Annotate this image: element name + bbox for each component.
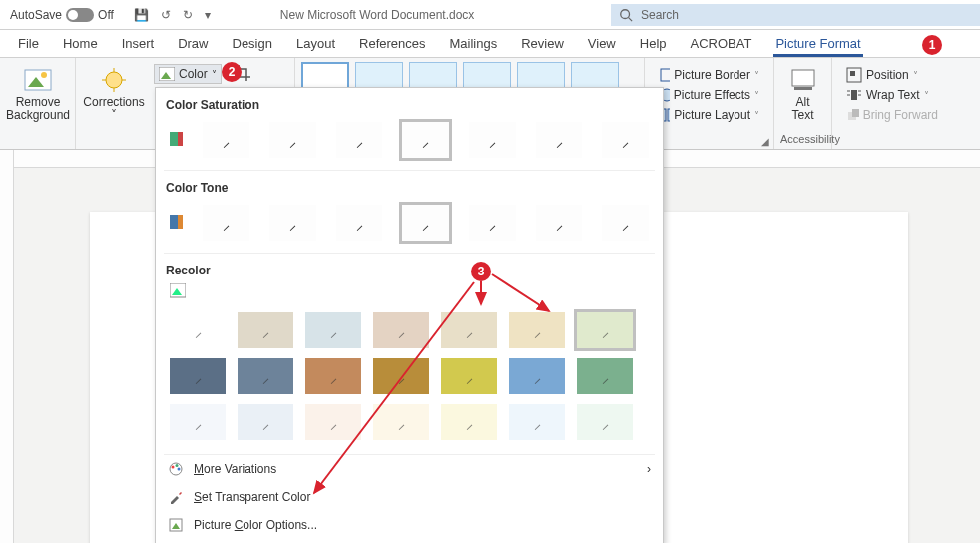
position-button[interactable]: Position˅ (844, 66, 940, 84)
position-icon (846, 67, 862, 83)
saturation-swatch[interactable]: ⸝ (336, 122, 383, 158)
dialog-launcher-icon[interactable]: ◢ (761, 136, 769, 147)
svg-point-0 (621, 9, 630, 18)
search-icon (619, 8, 633, 22)
recolor-swatch[interactable]: ⸝ (170, 312, 226, 348)
tone-swatch[interactable]: ⸝ (269, 205, 316, 241)
color-saturation-title: Color Saturation (156, 88, 663, 118)
svg-rect-16 (792, 70, 814, 86)
svg-point-5 (106, 72, 122, 88)
svg-point-35 (176, 464, 179, 467)
tone-swatch[interactable]: ⸝ (536, 205, 583, 241)
chevron-down-icon: ˅ (754, 70, 759, 81)
tone-swatch[interactable]: ⸝ (203, 205, 249, 241)
border-icon (659, 67, 670, 83)
color-dropdown-button[interactable]: Color ˅ (154, 64, 222, 84)
search-input[interactable]: Search (611, 4, 980, 26)
saturation-swatch[interactable]: ⸝ (203, 122, 249, 158)
more-variations-menuitem[interactable]: More Variations › (156, 455, 663, 483)
undo-icon[interactable]: ↺ (161, 8, 171, 22)
group-accessibility: AltText Accessibility (774, 58, 832, 149)
saturation-swatch[interactable]: ⸝ (536, 122, 583, 158)
tab-help[interactable]: Help (628, 30, 679, 57)
svg-rect-29 (170, 215, 178, 229)
recolor-swatch[interactable]: ⸝ (577, 358, 633, 394)
tab-design[interactable]: Design (221, 30, 284, 57)
recolor-swatch[interactable]: ⸝ (577, 312, 633, 348)
corrections-button[interactable]: Corrections˅ (82, 62, 146, 122)
corrections-label: Corrections˅ (83, 96, 144, 122)
alt-text-button[interactable]: AltText (780, 62, 825, 122)
tone-swatch[interactable]: ⸝ (469, 205, 516, 241)
recolor-swatch[interactable]: ⸝ (238, 358, 293, 394)
qat-dropdown-icon[interactable]: ▾ (205, 8, 211, 22)
chevron-down-icon: ˅ (913, 70, 918, 81)
tab-home[interactable]: Home (51, 30, 110, 57)
saturation-swatch[interactable]: ⸝ (402, 122, 449, 158)
recolor-swatch[interactable]: ⸝ (509, 312, 565, 348)
recolor-swatch[interactable]: ⸝ (238, 404, 293, 440)
picture-border-button[interactable]: Picture Border˅ (657, 66, 761, 84)
recolor-swatch[interactable]: ⸝ (305, 404, 361, 440)
tab-insert[interactable]: Insert (110, 30, 167, 57)
tab-picture-format[interactable]: Picture Format (763, 30, 872, 57)
tab-review[interactable]: Review (509, 30, 576, 57)
bring-forward-button: Bring Forward (844, 106, 940, 124)
recolor-indicator-icon (170, 283, 186, 299)
recolor-swatch[interactable]: ⸝ (170, 404, 226, 440)
recolor-swatch[interactable]: ⸝ (305, 358, 361, 394)
recolor-swatch[interactable]: ⸝ (238, 312, 293, 348)
group-picture-style-options: Picture Border˅ Picture Effects˅ Picture… (645, 58, 774, 149)
svg-rect-28 (178, 132, 183, 146)
redo-icon[interactable]: ↻ (183, 8, 193, 22)
save-icon[interactable]: 💾 (134, 8, 149, 22)
saturation-indicator-icon (170, 132, 183, 148)
recolor-swatch-grid: ⸝⸝⸝⸝⸝⸝⸝⸝⸝⸝⸝⸝⸝⸝⸝⸝⸝⸝⸝⸝⸝ (156, 306, 663, 454)
recolor-swatch[interactable]: ⸝ (509, 404, 565, 440)
recolor-swatch[interactable]: ⸝ (441, 312, 497, 348)
recolor-swatch[interactable]: ⸝ (373, 358, 429, 394)
picture-layout-button[interactable]: Picture Layout˅ (657, 106, 761, 124)
wrap-text-button[interactable]: Wrap Text˅ (844, 86, 940, 104)
saturation-swatch[interactable]: ⸝ (469, 122, 516, 158)
svg-point-34 (172, 466, 175, 469)
recolor-swatch[interactable]: ⸝ (441, 404, 497, 440)
tab-file[interactable]: File (6, 30, 51, 57)
ribbon-tabs: File Home Insert Draw Design Layout Refe… (0, 30, 980, 58)
tab-draw[interactable]: Draw (166, 30, 220, 57)
remove-background-icon (24, 69, 52, 91)
tone-swatch[interactable]: ⸝ (402, 205, 449, 241)
recolor-swatch[interactable]: ⸝ (509, 358, 565, 394)
options-icon (168, 517, 184, 533)
recolor-title: Recolor (156, 254, 663, 283)
color-icon (159, 67, 175, 81)
picture-color-options-menuitem[interactable]: Picture Color Options... (156, 511, 663, 539)
tone-swatch[interactable]: ⸝ (602, 205, 649, 241)
recolor-swatch[interactable]: ⸝ (373, 404, 429, 440)
recolor-swatch[interactable]: ⸝ (441, 358, 497, 394)
palette-icon (168, 461, 184, 477)
remove-background-label: RemoveBackground (6, 96, 70, 122)
tab-mailings[interactable]: Mailings (438, 30, 510, 57)
recolor-swatch[interactable]: ⸝ (305, 312, 361, 348)
tab-layout[interactable]: Layout (284, 30, 347, 57)
picture-effects-button[interactable]: Picture Effects˅ (657, 86, 761, 104)
saturation-swatch[interactable]: ⸝ (602, 122, 649, 158)
recolor-swatch[interactable]: ⸝ (170, 358, 226, 394)
color-dropdown-panel: Color Saturation ⸝ ⸝ ⸝ ⸝ ⸝ ⸝ ⸝ Color Ton… (155, 87, 664, 543)
recolor-swatch[interactable]: ⸝ (577, 404, 633, 440)
vertical-ruler[interactable] (0, 150, 14, 543)
recolor-swatch[interactable]: ⸝ (373, 312, 429, 348)
set-transparent-color-menuitem[interactable]: Set Transparent Color (156, 483, 663, 511)
saturation-swatch[interactable]: ⸝ (269, 122, 316, 158)
autosave-toggle[interactable]: AutoSave Off (0, 8, 124, 22)
tone-swatch[interactable]: ⸝ (336, 205, 383, 241)
autosave-label: AutoSave (10, 8, 62, 22)
toggle-off-icon (66, 8, 94, 22)
tab-view[interactable]: View (576, 30, 628, 57)
alt-text-label: AltText (791, 96, 813, 122)
tab-acrobat[interactable]: ACROBAT (679, 30, 764, 57)
tab-references[interactable]: References (347, 30, 437, 57)
svg-rect-26 (852, 109, 859, 117)
remove-background-button[interactable]: RemoveBackground (6, 62, 70, 122)
